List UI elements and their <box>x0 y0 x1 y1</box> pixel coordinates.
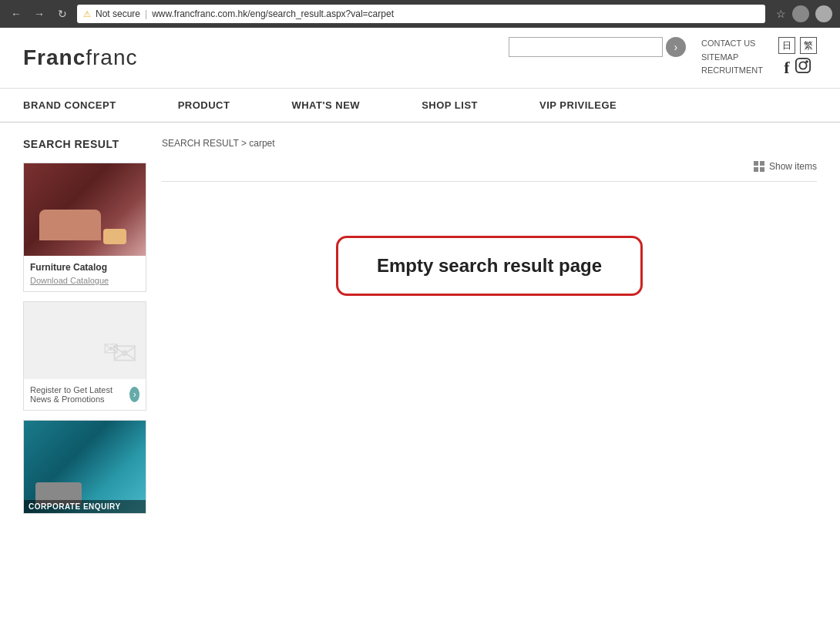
empty-state-container: Empty search result page <box>162 205 817 327</box>
not-secure-label: Not secure <box>96 8 140 19</box>
recruitment-link[interactable]: RECRUITMENT <box>701 64 763 78</box>
main-nav: BRAND CONCEPT PRODUCT WHAT'S NEW SHOP LI… <box>0 89 840 123</box>
corporate-label: CORPORATE ENQUIRY <box>24 500 146 513</box>
search-button[interactable]: › <box>666 37 686 57</box>
facebook-icon[interactable]: f <box>784 58 789 78</box>
profile-avatar <box>792 5 809 22</box>
grid-view-icon <box>754 161 764 172</box>
url-text: www.francfranc.com.hk/eng/search_result.… <box>152 8 394 19</box>
social-icons-row: f <box>784 57 811 79</box>
svg-point-2 <box>806 61 808 62</box>
profile-avatar-2 <box>815 5 832 22</box>
corporate-card[interactable]: CORPORATE ENQUIRY <box>23 420 146 514</box>
register-text-area: Register to Get Latest News & Promotions… <box>30 385 139 404</box>
nav-product[interactable]: PRODUCT <box>178 89 246 122</box>
sidebar: SEARCH RESULT Furniture Catalog Download… <box>23 138 146 523</box>
results-toolbar: Show items <box>162 161 817 172</box>
furniture-catalog-card: Furniture Catalog Download Catalogue <box>23 163 146 292</box>
jp-lang-icon[interactable]: 日 <box>778 37 795 54</box>
page-content: SEARCH RESULT Furniture Catalog Download… <box>0 123 840 539</box>
download-catalogue-link[interactable]: Download Catalogue <box>30 276 139 285</box>
browser-chrome: ← → ↻ ⚠ Not secure | www.francfranc.com.… <box>0 0 840 28</box>
logo-part1: Franc <box>23 45 86 69</box>
show-items-label: Show items <box>769 161 817 172</box>
lang-icons-row: 日 繁 <box>778 37 817 54</box>
nav-whats-new[interactable]: WHAT'S NEW <box>291 89 375 122</box>
site-header: Francfranc › CONTACT US SITEMAP RECRUITM… <box>0 28 840 89</box>
newsletter-image <box>24 302 146 379</box>
empty-state-label: Empty search result page <box>377 255 602 276</box>
show-items-button[interactable]: Show items <box>754 161 817 172</box>
header-right: › CONTACT US SITEMAP RECRUITMENT 日 繁 f <box>509 37 817 79</box>
content-divider <box>162 181 817 182</box>
logo[interactable]: Francfranc <box>23 45 138 70</box>
corporate-image <box>24 421 146 513</box>
instagram-icon[interactable] <box>795 57 811 79</box>
contact-us-link[interactable]: CONTACT US <box>701 37 763 51</box>
nav-vip-privilege[interactable]: VIP PRIVILEGE <box>539 89 632 122</box>
furniture-image <box>24 163 146 256</box>
breadcrumb: SEARCH RESULT > carpet <box>162 138 817 149</box>
forward-button[interactable]: → <box>31 5 48 22</box>
furniture-card-body: Furniture Catalog Download Catalogue <box>24 256 146 291</box>
register-arrow-button[interactable]: › <box>129 387 139 402</box>
svg-point-1 <box>799 62 806 69</box>
cn-lang-icon[interactable]: 繁 <box>800 37 817 54</box>
reload-button[interactable]: ↻ <box>54 5 71 22</box>
svg-rect-0 <box>795 59 809 72</box>
logo-part2: franc <box>86 45 137 69</box>
newsletter-card: Register to Get Latest News & Promotions… <box>23 301 146 411</box>
nav-shop-list[interactable]: SHOP LIST <box>422 89 493 122</box>
warning-icon: ⚠ <box>83 9 91 19</box>
newsletter-card-body: Register to Get Latest News & Promotions… <box>24 379 146 410</box>
search-area: › <box>509 37 686 57</box>
sitemap-link[interactable]: SITEMAP <box>701 51 763 65</box>
main-content: SEARCH RESULT > carpet Show items Empty … <box>162 138 817 523</box>
empty-state-box: Empty search result page <box>336 236 643 296</box>
sidebar-section-title: SEARCH RESULT <box>23 138 146 150</box>
header-icons: 日 繁 f <box>778 37 817 79</box>
back-button[interactable]: ← <box>8 5 25 22</box>
furniture-card-title: Furniture Catalog <box>30 262 139 273</box>
header-links: CONTACT US SITEMAP RECRUITMENT <box>701 37 763 78</box>
register-label: Register to Get Latest News & Promotions <box>30 385 129 404</box>
nav-brand-concept[interactable]: BRAND CONCEPT <box>23 89 132 122</box>
address-bar[interactable]: ⚠ Not secure | www.francfranc.com.hk/eng… <box>77 5 765 23</box>
bookmark-icon[interactable]: ☆ <box>776 8 786 20</box>
search-input[interactable] <box>509 37 663 57</box>
